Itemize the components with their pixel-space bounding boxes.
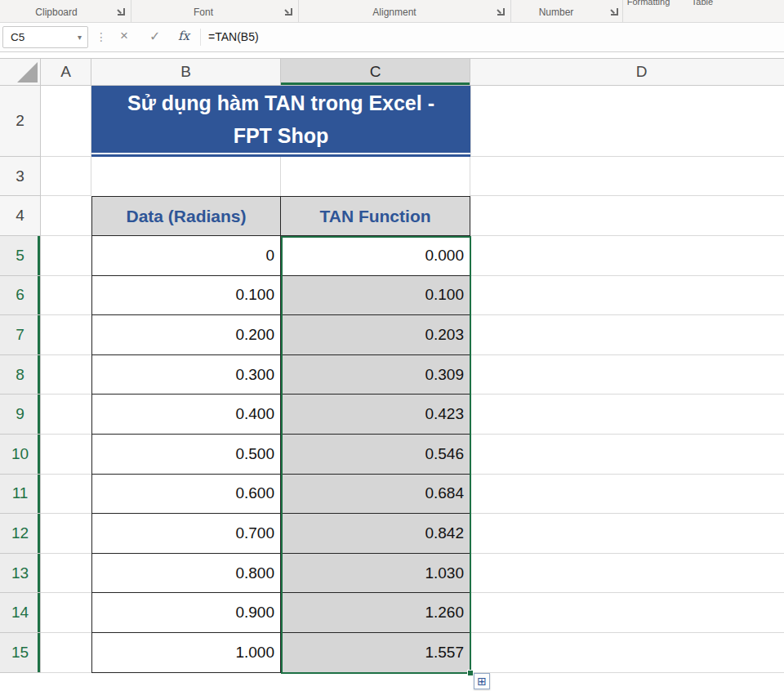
cell-D6[interactable] (470, 276, 784, 316)
name-box[interactable]: C5 ▾ (2, 26, 88, 48)
cell-D5[interactable] (470, 236, 784, 276)
clipboard-dialog-launcher-icon[interactable] (117, 7, 126, 16)
cell-C13[interactable]: 1.030 (281, 554, 470, 594)
cell-D13[interactable] (470, 554, 784, 594)
row-header-9[interactable]: 9 (0, 395, 41, 435)
row-header-7[interactable]: 7 (0, 315, 41, 355)
cell-D2[interactable] (470, 86, 784, 157)
cell-D3[interactable] (470, 157, 784, 196)
autofill-options-button[interactable]: ⊞ (474, 673, 490, 689)
cell-D7[interactable] (470, 315, 784, 355)
column-header-B[interactable]: B (91, 58, 281, 86)
font-dialog-launcher-icon[interactable] (284, 7, 293, 16)
cell-D12[interactable] (470, 514, 784, 554)
row-header-10[interactable]: 10 (0, 435, 41, 475)
cell-A4[interactable] (41, 196, 91, 236)
cell-B9[interactable]: 0.400 (91, 395, 281, 435)
cell-A8[interactable] (41, 355, 91, 395)
cell-B6[interactable]: 0.100 (91, 276, 281, 316)
cell-A7[interactable] (41, 315, 91, 355)
cell-B7[interactable]: 0.200 (91, 315, 281, 355)
cell-B15[interactable]: 1.000 (91, 633, 281, 673)
row-header-15[interactable]: 15 (0, 633, 41, 673)
cell-C15[interactable]: 1.557 (281, 633, 470, 673)
cell-C7[interactable]: 0.203 (281, 315, 470, 355)
column-header-C[interactable]: C (281, 58, 470, 86)
row-header-5[interactable]: 5 (0, 236, 41, 276)
ribbon-group-font-label: Font (194, 7, 213, 18)
cell-A6[interactable] (41, 276, 91, 316)
row-header-13[interactable]: 13 (0, 554, 41, 594)
formula-input[interactable]: =TAN(B5) (208, 30, 259, 43)
cell-A10[interactable] (41, 435, 91, 475)
row-header-4[interactable]: 4 (0, 196, 41, 236)
cell-B10[interactable]: 0.500 (91, 435, 281, 475)
cell-B14[interactable]: 0.900 (91, 593, 281, 633)
cell-A12[interactable] (41, 514, 91, 554)
column-header-A[interactable]: A (41, 58, 91, 86)
cell-A15[interactable] (41, 633, 91, 673)
cell-C3[interactable] (281, 157, 470, 196)
cell-C12[interactable]: 0.842 (281, 514, 470, 554)
ribbon-separator (510, 0, 511, 22)
cell-D4[interactable] (470, 196, 784, 236)
ribbon-group-alignment-label: Alignment (372, 7, 416, 18)
formula-bar-divider (200, 29, 201, 46)
cell-A13[interactable] (41, 554, 91, 594)
cancel-icon[interactable]: × (120, 28, 128, 44)
cell-D9[interactable] (470, 395, 784, 435)
ribbon-group-formatting-label: Formatting (627, 0, 670, 7)
cell-A14[interactable] (41, 593, 91, 633)
cell-B8[interactable]: 0.300 (91, 355, 281, 395)
cell-D15[interactable] (470, 633, 784, 673)
insert-function-icon[interactable]: fx (178, 29, 189, 43)
alignment-dialog-launcher-icon[interactable] (497, 7, 506, 16)
autofill-grid-icon: ⊞ (477, 675, 487, 688)
cell-C8[interactable]: 0.309 (281, 355, 470, 395)
enter-icon[interactable]: ✓ (149, 29, 160, 44)
title-background: Sử dụng hàm TAN trong Excel - FPT Shop (91, 86, 470, 153)
title-merged-cell-B2[interactable]: Sử dụng hàm TAN trong Excel - FPT Shop (91, 86, 470, 157)
cell-B13[interactable]: 0.800 (91, 554, 281, 594)
cell-C5[interactable]: 0.000 (281, 236, 470, 276)
row-header-11[interactable]: 11 (0, 475, 41, 515)
cell-C14[interactable]: 1.260 (281, 593, 470, 633)
cell-C9[interactable]: 0.423 (281, 395, 470, 435)
cell-B3[interactable] (91, 157, 281, 196)
cell-C6[interactable]: 0.100 (281, 276, 470, 316)
cell-D10[interactable] (470, 435, 784, 475)
cell-A11[interactable] (41, 475, 91, 515)
cell-D8[interactable] (470, 355, 784, 395)
formula-bar: C5 ▾ ⋮ × ✓ fx =TAN(B5) (0, 23, 784, 52)
cell-B5[interactable]: 0 (91, 236, 281, 276)
cell-A3[interactable] (41, 157, 91, 196)
row-header-6[interactable]: 6 (0, 276, 41, 316)
row-header-3[interactable]: 3 (0, 157, 41, 196)
cell-B4-data-header[interactable]: Data (Radians) (91, 196, 281, 236)
ribbon-separator (298, 0, 299, 22)
cell-C4-tan-header[interactable]: TAN Function (281, 196, 470, 236)
cell-A5[interactable] (41, 236, 91, 276)
formula-bar-resizer-icon[interactable]: ⋮ (96, 30, 107, 43)
select-all-triangle-icon (17, 62, 38, 82)
cell-A2[interactable] (41, 86, 91, 157)
title-line-1: Sử dụng hàm TAN trong Excel - (127, 87, 434, 119)
cell-C10[interactable]: 0.546 (281, 435, 470, 475)
row-header-14[interactable]: 14 (0, 593, 41, 633)
cell-D14[interactable] (470, 593, 784, 633)
row-header-8[interactable]: 8 (0, 355, 41, 395)
cell-B12[interactable]: 0.700 (91, 514, 281, 554)
cell-C11[interactable]: 0.684 (281, 475, 470, 515)
sheet-grid: A B C D Sử dụng hàm TAN trong Excel - FP… (0, 58, 784, 673)
cell-D11[interactable] (470, 475, 784, 515)
fill-handle[interactable] (467, 670, 474, 676)
column-header-D[interactable]: D (470, 58, 784, 86)
ribbon-separator (131, 0, 131, 22)
cell-A9[interactable] (41, 395, 91, 435)
name-box-dropdown-icon[interactable]: ▾ (78, 33, 87, 42)
number-dialog-launcher-icon[interactable] (610, 7, 619, 16)
row-header-2[interactable]: 2 (0, 86, 41, 157)
select-all-button[interactable] (0, 58, 41, 86)
row-header-12[interactable]: 12 (0, 514, 41, 554)
cell-B11[interactable]: 0.600 (91, 475, 281, 515)
